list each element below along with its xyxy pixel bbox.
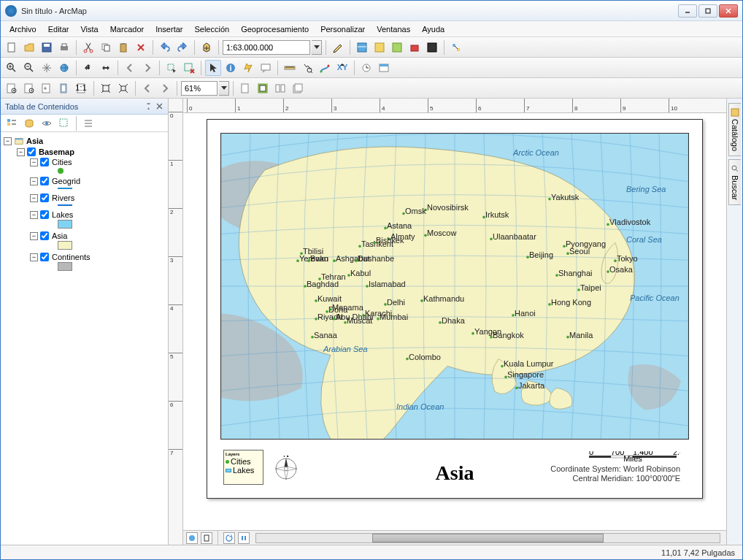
map-title[interactable]: Asia [436,461,474,485]
layer-label[interactable]: Lakes [52,210,73,219]
editor-toolbar-icon[interactable] [330,39,346,55]
dock-tab-buscar[interactable]: Buscar [728,159,741,205]
arctoolbox-icon[interactable] [407,39,423,55]
new-icon[interactable] [4,39,20,55]
time-slider-icon[interactable] [358,60,374,76]
tree-toggle[interactable]: − [17,148,25,156]
tree-toggle[interactable]: − [30,158,38,166]
list-by-selection-icon[interactable] [56,115,72,131]
forward-icon[interactable] [139,60,155,76]
pan-icon[interactable] [39,60,55,76]
layer-label[interactable]: Cities [52,158,72,166]
identify-icon[interactable]: i [223,60,239,76]
open-icon[interactable] [21,39,37,55]
menu-marcador[interactable]: Marcador [104,23,150,36]
north-arrow[interactable]: N [273,456,299,482]
layer-checkbox[interactable] [40,177,49,185]
toggle-draft-icon[interactable] [237,80,253,96]
hyperlink-icon[interactable] [240,60,256,76]
search-window-icon[interactable] [389,39,405,55]
menu-seleccion[interactable]: Selección [188,23,235,36]
layout-pan-icon[interactable] [39,80,55,96]
close-panel-icon[interactable] [155,102,163,110]
menu-geoprocesamiento[interactable]: Geoprocesamiento [235,23,315,36]
redo-icon[interactable] [174,39,190,55]
copy-icon[interactable] [98,39,114,55]
viewer-window-icon[interactable] [376,60,392,76]
clear-selection-icon[interactable] [181,60,197,76]
layout-zoom-out-icon[interactable] [21,80,37,96]
layout-100-icon[interactable]: 1:1 [74,80,90,96]
list-by-drawing-icon[interactable] [4,115,20,131]
measure-icon[interactable] [282,60,298,76]
refresh-button[interactable] [223,532,235,544]
layer-checkbox[interactable] [40,253,49,261]
tree-toggle[interactable]: − [30,232,38,240]
change-layout-icon[interactable] [272,80,288,96]
tree-toggle[interactable]: − [30,194,38,202]
layer-label[interactable]: Rivers [52,193,74,202]
fixed-zoom-out-icon[interactable] [98,60,114,76]
layer-label[interactable]: Geogrid [52,177,80,185]
layout-zoom-in-icon[interactable] [4,80,20,96]
layout-whole-page-icon[interactable] [56,80,72,96]
pause-drawing-button[interactable] [238,532,250,544]
dock-tab-catalogo[interactable]: Catálogo [728,103,741,156]
fixed-zoom-in-icon[interactable] [80,60,96,76]
horizontal-scrollbar[interactable] [255,533,720,543]
menu-editar[interactable]: Editar [42,23,75,36]
delete-icon[interactable] [133,39,149,55]
layout-forward-icon[interactable] [157,80,173,96]
data-view-button[interactable] [186,532,198,544]
back-icon[interactable] [122,60,138,76]
find-route-icon[interactable] [317,60,333,76]
model-builder-icon[interactable] [448,39,464,55]
layer-checkbox[interactable] [40,193,49,202]
close-button[interactable] [719,4,738,18]
layer-checkbox[interactable] [40,231,49,240]
list-by-source-icon[interactable] [21,115,37,131]
menu-personalizar[interactable]: Personalizar [315,23,371,36]
go-to-xy-icon[interactable]: XY [334,60,350,76]
select-features-icon[interactable] [163,60,180,76]
scale-dropdown[interactable] [312,40,322,55]
full-extent-icon[interactable] [56,60,72,76]
save-icon[interactable] [39,39,55,55]
layer-checkbox[interactable] [27,147,36,156]
tree-toggle[interactable]: − [30,177,38,185]
scrollbar-thumb[interactable] [372,534,604,542]
scale-bar[interactable]: 0 700 1.400 2.800 Miles [585,451,680,461]
list-by-visibility-icon[interactable] [39,115,55,131]
tree-toggle[interactable]: − [4,137,12,145]
minimize-button[interactable] [678,4,697,18]
menu-ayuda[interactable]: Ayuda [416,23,450,36]
layer-label[interactable]: Continents [52,253,91,261]
tree-toggle[interactable]: − [30,211,38,219]
menu-archivo[interactable]: Archivo [4,23,42,36]
zoom-out-icon[interactable] [21,60,37,76]
coord-system-text[interactable]: Coordinate System: World Robinson Centra… [550,464,680,483]
python-icon[interactable] [424,39,440,55]
scale-input[interactable] [223,40,310,55]
data-driven-pages-icon[interactable] [290,80,306,96]
focus-dataframe-icon[interactable] [255,80,271,96]
layout-fixed-zoom-out-icon[interactable] [115,80,131,96]
layout-page[interactable]: MoscowBeijingTokyoDelhiMumbaiBangkokJaka… [207,119,703,499]
toc-icon[interactable] [354,39,370,55]
print-icon[interactable] [56,39,72,55]
map-dataframe[interactable]: MoscowBeijingTokyoDelhiMumbaiBangkokJaka… [220,133,689,440]
add-data-icon[interactable] [199,39,215,55]
map-viewport[interactable]: MoscowBeijingTokyoDelhiMumbaiBangkokJaka… [183,113,726,530]
catalog-icon[interactable] [372,39,388,55]
zoom-in-icon[interactable] [4,60,20,76]
layer-label[interactable]: Asia [52,231,67,240]
html-popup-icon[interactable] [258,60,274,76]
layout-zoom-dropdown[interactable] [219,81,229,96]
tree-toggle[interactable]: − [30,253,38,261]
layer-checkbox[interactable] [40,210,49,219]
paste-icon[interactable] [115,39,131,55]
select-tool-icon[interactable] [205,60,221,76]
menu-ventanas[interactable]: Ventanas [371,23,416,36]
layout-zoom-input[interactable] [181,81,217,96]
map-legend[interactable]: Layers Cities Lakes [223,450,263,485]
